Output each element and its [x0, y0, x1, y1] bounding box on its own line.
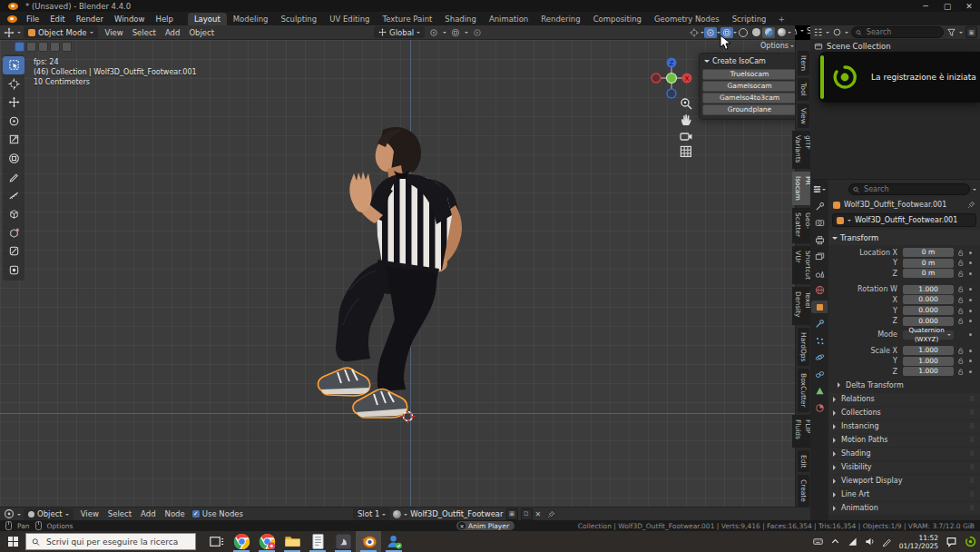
field-value[interactable]: 0.000: [903, 295, 954, 304]
toggle-icon[interactable]: [62, 42, 72, 52]
ortho-grid-icon[interactable]: [679, 144, 693, 159]
zoom-icon[interactable]: [679, 96, 693, 111]
start-button[interactable]: [0, 531, 25, 552]
properties-tab[interactable]: [811, 368, 828, 380]
shading-solid-icon[interactable]: [750, 27, 762, 38]
navigation-gizmo[interactable]: Z X: [648, 54, 695, 102]
material-name[interactable]: Wolf3D_Outfit_Footwear: [410, 509, 503, 518]
tool-button[interactable]: [3, 113, 24, 131]
pan-hand-icon[interactable]: [679, 113, 693, 127]
properties-section-header[interactable]: Instancing⠿: [828, 420, 980, 433]
transform-panel-header[interactable]: Transform: [828, 230, 980, 245]
field-value[interactable]: 0 m: [903, 248, 954, 257]
maximize-button[interactable]: ▢: [936, 0, 958, 12]
add-workspace-button[interactable]: +: [772, 15, 790, 24]
field-value[interactable]: 0 m: [903, 269, 954, 278]
properties-tab[interactable]: [811, 318, 828, 330]
overlays-toggle-icon[interactable]: [704, 27, 717, 38]
menu-item[interactable]: Edit: [44, 15, 70, 24]
outliner-type-dropdown-arrow[interactable]: [826, 32, 829, 35]
properties-tab[interactable]: [811, 351, 828, 364]
new-collection-button[interactable]: ▣: [965, 26, 977, 38]
taskbar-app-icon[interactable]: [203, 531, 229, 552]
viewport-menu-item[interactable]: Object: [184, 28, 219, 37]
taskbar-app-icon[interactable]: [381, 531, 407, 552]
properties-section-header[interactable]: Relations⠿: [828, 393, 980, 406]
tool-button[interactable]: [3, 75, 24, 94]
menu-item[interactable]: Render: [71, 15, 109, 24]
3d-viewport[interactable]: fps: 24 (46) Collection | Wolf3D_Outfit_…: [0, 40, 795, 507]
node-editor-type-arrow[interactable]: [17, 514, 21, 518]
viewport-menu-item[interactable]: Add: [161, 28, 184, 37]
outliner-search[interactable]: [851, 26, 944, 38]
recording-tray-icon[interactable]: [965, 536, 976, 547]
mode-selector[interactable]: Object Mode: [24, 26, 98, 38]
lock-icon[interactable]: [957, 368, 965, 376]
properties-tab[interactable]: [811, 301, 828, 313]
field-value[interactable]: 0 m: [903, 259, 954, 268]
slot-selector[interactable]: Slot 1: [353, 508, 390, 520]
workspace-tab[interactable]: Sculpting: [274, 13, 323, 26]
properties-tab[interactable]: [811, 267, 828, 280]
taskbar-app-icon[interactable]: [356, 531, 381, 552]
delta-transform-header[interactable]: Delta Transform: [828, 378, 980, 392]
node-editor-icon[interactable]: [4, 508, 15, 519]
display-mode-dropdown-arrow[interactable]: [845, 32, 848, 35]
lock-icon[interactable]: [957, 285, 965, 293]
network-icon[interactable]: [848, 537, 858, 547]
properties-options-arrow[interactable]: [973, 189, 976, 192]
taskbar-app-icon[interactable]: [229, 531, 254, 552]
lock-icon[interactable]: [957, 307, 965, 315]
keyframe-dot[interactable]: [969, 310, 972, 312]
tool-button[interactable]: [3, 261, 24, 280]
lock-icon[interactable]: [957, 357, 965, 365]
keyframe-dot[interactable]: [969, 350, 972, 352]
workspace-tab[interactable]: Layout: [188, 13, 227, 26]
shading-rendered-icon[interactable]: [775, 27, 788, 38]
keyframe-dot[interactable]: [969, 299, 972, 301]
taskbar-app-icon[interactable]: [305, 531, 330, 552]
field-value[interactable]: 0.000: [903, 306, 954, 315]
isocam-button[interactable]: TrueIsocam: [702, 69, 795, 80]
isocam-panel-header[interactable]: Create IsoCam: [704, 57, 795, 65]
proportional-edit-icon[interactable]: [471, 27, 484, 38]
field-value[interactable]: 1.000: [903, 357, 954, 366]
keyframe-dot[interactable]: [969, 370, 972, 373]
keyframe-dot[interactable]: [969, 320, 972, 322]
shader-type-selector[interactable]: Object: [24, 508, 74, 520]
breadcrumb[interactable]: Wolf3D_Outfit_Footwear.001: [844, 201, 946, 209]
tool-button[interactable]: [3, 205, 24, 223]
properties-tab[interactable]: [811, 217, 828, 230]
properties-section-header[interactable]: Shading⠿: [828, 448, 980, 460]
toggle-icon[interactable]: [26, 42, 36, 52]
sidebar-tab[interactable]: View: [798, 104, 809, 129]
node-menu-item[interactable]: View: [76, 509, 103, 518]
pen-icon[interactable]: [882, 537, 892, 547]
properties-tab[interactable]: [811, 200, 828, 212]
fake-user-shield-icon[interactable]: ▣: [506, 508, 518, 520]
properties-tab[interactable]: [811, 251, 828, 263]
outliner-editor-icon[interactable]: [813, 27, 823, 37]
toggle-icon[interactable]: [38, 42, 48, 52]
show-gizmo-icon[interactable]: [688, 27, 701, 38]
tool-button[interactable]: [3, 168, 24, 186]
taskbar-search-input[interactable]: [44, 537, 190, 547]
menu-item[interactable]: Help: [150, 15, 178, 24]
lock-icon[interactable]: [957, 347, 965, 355]
node-menu-item[interactable]: Select: [103, 509, 136, 518]
lock-icon[interactable]: [957, 296, 965, 304]
browse-material-arrow[interactable]: [404, 514, 407, 518]
options-dropdown[interactable]: Options: [760, 42, 794, 50]
anim-player-status[interactable]: ✕ Anim Player: [456, 521, 514, 530]
properties-tab[interactable]: [811, 233, 828, 246]
sidebar-tab[interactable]: BoxCutter: [798, 369, 809, 412]
toggle-icon[interactable]: [15, 42, 24, 52]
stop-anim-icon[interactable]: ✕: [458, 522, 466, 529]
properties-section-header[interactable]: Motion Paths⠿: [828, 434, 980, 447]
filter-dropdown-arrow[interactable]: [959, 32, 963, 35]
unlink-material-icon[interactable]: ✕: [535, 510, 542, 518]
snap-magnet-icon[interactable]: [449, 27, 462, 38]
shading-wireframe-icon[interactable]: [737, 27, 750, 38]
scene-collection-row[interactable]: Scene Collection: [810, 40, 980, 53]
tool-button[interactable]: [3, 187, 24, 205]
